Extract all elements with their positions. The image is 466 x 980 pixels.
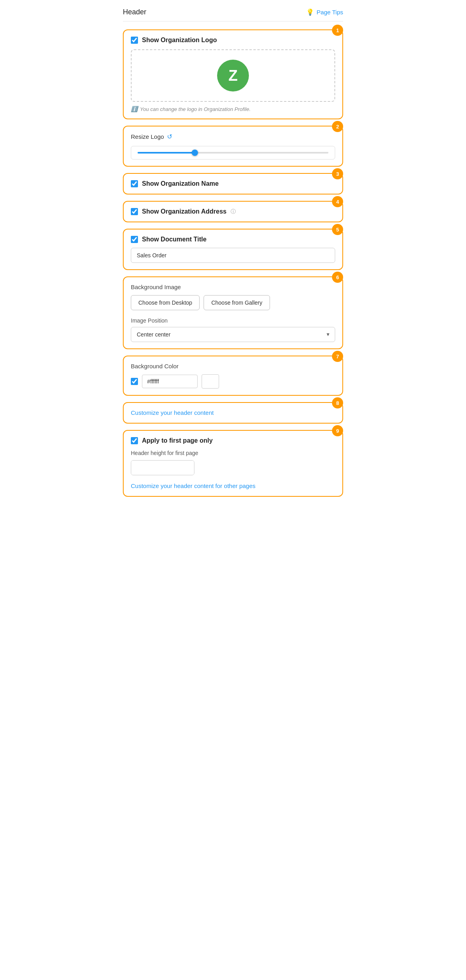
resize-header: Resize Logo ↺ bbox=[131, 133, 335, 140]
badge-3: 3 bbox=[332, 168, 343, 179]
customize-header-link[interactable]: Customize your header content bbox=[131, 409, 214, 416]
badge-8: 8 bbox=[332, 397, 343, 408]
page-tips-link[interactable]: 💡 Page Tips bbox=[306, 8, 343, 16]
logo-info-message: You can change the logo in Organization … bbox=[140, 106, 250, 112]
slider-fill bbox=[138, 152, 195, 154]
info-icon: ℹ️ bbox=[131, 106, 138, 112]
choose-desktop-button[interactable]: Choose from Desktop bbox=[131, 295, 200, 310]
show-logo-row: Show Organization Logo bbox=[131, 37, 335, 44]
badge-2: 2 bbox=[332, 121, 343, 132]
height-value-input[interactable] bbox=[131, 461, 194, 475]
show-org-address-row: Show Organization Address ⓘ bbox=[131, 208, 335, 215]
show-doc-title-label: Show Document Title bbox=[142, 236, 206, 243]
background-color-checkbox[interactable] bbox=[131, 378, 138, 385]
badge-4: 4 bbox=[332, 196, 343, 207]
doc-title-input[interactable] bbox=[131, 248, 335, 263]
show-org-address-checkbox[interactable] bbox=[131, 208, 138, 215]
color-row bbox=[131, 374, 335, 389]
background-image-label: Background Image bbox=[131, 284, 335, 290]
slider-thumb[interactable] bbox=[192, 150, 198, 156]
apply-first-page-row: Apply to first page only bbox=[131, 437, 335, 444]
apply-first-page-label: Apply to first page only bbox=[142, 437, 213, 444]
badge-5: 5 bbox=[332, 224, 343, 235]
show-logo-label: Show Organization Logo bbox=[142, 37, 217, 44]
height-label: Header height for first page bbox=[131, 450, 335, 456]
section-first-page: 9 Apply to first page only Header height… bbox=[123, 430, 343, 497]
address-info-icon: ⓘ bbox=[231, 208, 236, 215]
section-show-doc-title: 5 Show Document Title bbox=[123, 229, 343, 270]
slider-track bbox=[138, 152, 328, 154]
top-bar: Header 💡 Page Tips bbox=[123, 8, 343, 21]
badge-7: 7 bbox=[332, 351, 343, 362]
section-show-org-name: 3 Show Organization Name bbox=[123, 173, 343, 194]
show-logo-checkbox[interactable] bbox=[131, 37, 138, 44]
other-pages-link[interactable]: Customize your header content for other … bbox=[131, 482, 256, 489]
badge-9: 9 bbox=[332, 425, 343, 436]
section-background-image: 6 Background Image Choose from Desktop C… bbox=[123, 276, 343, 349]
show-org-name-checkbox[interactable] bbox=[131, 180, 138, 187]
show-org-name-row: Show Organization Name bbox=[131, 180, 335, 187]
color-swatch[interactable] bbox=[202, 374, 219, 389]
color-hex-input[interactable] bbox=[142, 375, 198, 388]
section-customize-header: 8 Customize your header content bbox=[123, 402, 343, 424]
show-org-address-label: Show Organization Address bbox=[142, 208, 227, 215]
reset-icon[interactable]: ↺ bbox=[167, 133, 172, 140]
badge-1: 1 bbox=[332, 25, 343, 36]
image-position-label: Image Position bbox=[131, 317, 335, 324]
doc-title-input-wrapper bbox=[131, 248, 335, 263]
apply-first-page-checkbox[interactable] bbox=[131, 437, 138, 444]
section-show-org-address: 4 Show Organization Address ⓘ bbox=[123, 201, 343, 222]
logo-container: Z bbox=[131, 49, 335, 102]
logo-info-text: ℹ️ You can change the logo in Organizati… bbox=[131, 106, 335, 112]
page-tips-label: Page Tips bbox=[316, 9, 343, 16]
section-resize-logo: 2 Resize Logo ↺ bbox=[123, 126, 343, 167]
logo-circle: Z bbox=[217, 60, 249, 91]
logo-letter: Z bbox=[228, 67, 237, 84]
resize-label: Resize Logo bbox=[131, 133, 164, 140]
background-image-buttons: Choose from Desktop Choose from Gallery bbox=[131, 295, 335, 310]
bulb-icon: 💡 bbox=[306, 8, 314, 16]
other-pages-link-wrapper: Customize your header content for other … bbox=[131, 482, 335, 490]
section-show-logo: 1 Show Organization Logo Z ℹ️ You can ch… bbox=[123, 29, 343, 119]
image-position-select-wrapper: Center center Top left Top center Top ri… bbox=[131, 327, 335, 342]
badge-6: 6 bbox=[332, 272, 343, 283]
background-color-label: Background Color bbox=[131, 363, 335, 369]
show-org-name-label: Show Organization Name bbox=[142, 180, 219, 187]
slider-wrapper bbox=[131, 146, 335, 159]
image-position-select[interactable]: Center center Top left Top center Top ri… bbox=[131, 327, 335, 342]
choose-gallery-button[interactable]: Choose from Gallery bbox=[204, 295, 270, 310]
height-input-row: in bbox=[131, 460, 194, 475]
page-title: Header bbox=[123, 8, 146, 16]
show-doc-title-checkbox[interactable] bbox=[131, 236, 138, 243]
show-doc-title-row: Show Document Title bbox=[131, 236, 335, 243]
section-background-color: 7 Background Color bbox=[123, 356, 343, 396]
